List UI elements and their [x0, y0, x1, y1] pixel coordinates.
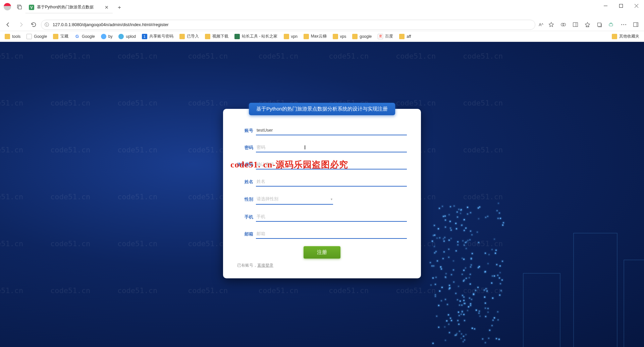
other-bookmarks[interactable]: 其他收藏夹 [609, 32, 642, 41]
text-cursor-icon: I [304, 145, 305, 150]
decoration-dot [496, 338, 497, 339]
folder-icon [304, 34, 309, 39]
bookmark-item[interactable]: aff [396, 32, 414, 41]
bookmark-item[interactable]: google [350, 32, 374, 41]
bookmark-item[interactable]: Max云梯 [301, 32, 329, 41]
favorites-list-button[interactable] [582, 19, 593, 30]
back-button[interactable] [3, 19, 13, 30]
decoration-dot [502, 224, 503, 226]
folder-icon [352, 34, 358, 39]
input-confirm[interactable] [256, 160, 407, 169]
decoration-dot [476, 309, 477, 311]
bookmark-item[interactable]: tools [2, 32, 23, 41]
svg-rect-3 [619, 4, 623, 7]
bookmark-item[interactable]: GGoogle [72, 32, 98, 41]
url-text: 127.0.0.1:8080/djangoqo04n/admin/dist/in… [53, 22, 532, 27]
watermark-text: code51.cn [50, 52, 90, 60]
watermark-text: code51.cn [258, 286, 298, 295]
copilot-sidebar-button[interactable] [630, 19, 641, 30]
bookmark-item[interactable]: vpn [281, 32, 300, 41]
decoration-dot [500, 283, 501, 284]
close-window-button[interactable] [629, 0, 644, 11]
bookmark-label: by [108, 34, 113, 39]
new-tab-button[interactable]: ＋ [115, 3, 124, 12]
extensions-button[interactable] [557, 19, 569, 30]
browser-tab[interactable]: V 基于Python的热门旅游景点数据 ✕ [25, 1, 113, 13]
bookmark-item[interactable]: 站长工具 - 站长之家 [232, 32, 280, 41]
decoration-dot [499, 272, 501, 273]
watermark-text: code51.cn [0, 286, 23, 295]
decoration-dot [479, 316, 481, 317]
decoration-dot [478, 218, 479, 219]
decoration-dot [470, 283, 471, 285]
login-link[interactable]: 直接登录 [257, 263, 273, 268]
decoration-dot [442, 258, 444, 259]
decoration-dot [457, 216, 458, 218]
decoration-dot [485, 253, 486, 254]
tab-close-button[interactable]: ✕ [104, 5, 109, 10]
watermark-text: code51.cn [463, 52, 503, 60]
input-phone[interactable] [256, 212, 407, 222]
decoration-dot [471, 299, 472, 300]
minimize-button[interactable] [598, 0, 613, 11]
decoration-dot [435, 296, 436, 297]
decoration-dot [465, 267, 466, 269]
decoration-dot [499, 294, 500, 296]
watermark-text: code51.cn [117, 146, 157, 154]
decoration-dot [479, 266, 480, 267]
decoration-dot [469, 277, 470, 278]
bookmark-item[interactable]: Google [24, 32, 50, 41]
svg-rect-17 [633, 23, 638, 27]
profile-button[interactable] [3, 2, 12, 11]
watermark-text: code51.cn [188, 146, 228, 154]
decoration-dot [465, 227, 467, 229]
watermark-text: code51.cn [188, 52, 228, 60]
register-button[interactable]: 注册 [304, 246, 340, 259]
maximize-button[interactable] [613, 0, 629, 11]
svg-rect-11 [597, 23, 601, 26]
bookmark-item[interactable]: uplod [116, 32, 138, 41]
watermark-text: code51.cn [50, 286, 90, 295]
decoration-dot [440, 266, 441, 268]
decoration-dot [471, 258, 472, 260]
collections-button[interactable] [594, 19, 605, 30]
svg-point-7 [562, 23, 566, 26]
bookmark-item[interactable]: vps [330, 32, 349, 41]
input-name[interactable] [256, 177, 407, 187]
decoration-dot [486, 290, 488, 292]
decoration-dot [464, 339, 465, 341]
decoration-dot [469, 239, 471, 240]
decoration-dot [484, 289, 485, 291]
decoration-dot [445, 273, 447, 274]
bookmark-item[interactable]: 宝藏 [50, 32, 71, 41]
decoration-dot [451, 274, 452, 275]
avatar-icon [4, 3, 11, 10]
decoration-dot [453, 260, 454, 262]
watermark-text: code51.cn [396, 286, 436, 295]
site-info-icon[interactable]: ⓘ [45, 22, 51, 28]
read-aloud-button[interactable]: A^ [537, 19, 545, 30]
url-input[interactable]: ⓘ 127.0.0.1:8080/djangoqo04n/admin/dist/… [41, 20, 535, 30]
more-button[interactable] [618, 19, 629, 30]
bookmark-item[interactable]: 视频下载 [202, 32, 231, 41]
decoration-dot [475, 290, 476, 291]
decoration-dot [456, 228, 457, 229]
bookmark-item[interactable]: 1共享账号密码 [139, 32, 176, 41]
sidebar-button[interactable] [570, 19, 581, 30]
input-email[interactable] [256, 229, 407, 239]
extension-1-button[interactable] [606, 19, 617, 30]
forward-button[interactable] [15, 19, 26, 30]
input-account[interactable] [256, 126, 407, 135]
decoration-dot [496, 210, 498, 211]
bookmark-item[interactable]: by [98, 32, 115, 41]
bookmark-item[interactable]: 度百度 [375, 32, 396, 41]
select-gender[interactable]: 请选择性别 ▾ [256, 194, 333, 205]
tab-actions-button[interactable] [15, 2, 24, 11]
label-name: 姓名 [237, 179, 256, 185]
favorite-button[interactable] [545, 19, 557, 30]
refresh-button[interactable] [28, 19, 39, 30]
label-phone: 手机 [237, 214, 256, 220]
decoration-dot [436, 316, 437, 317]
input-password[interactable] [256, 143, 407, 152]
bookmark-item[interactable]: 已导入 [177, 32, 202, 41]
